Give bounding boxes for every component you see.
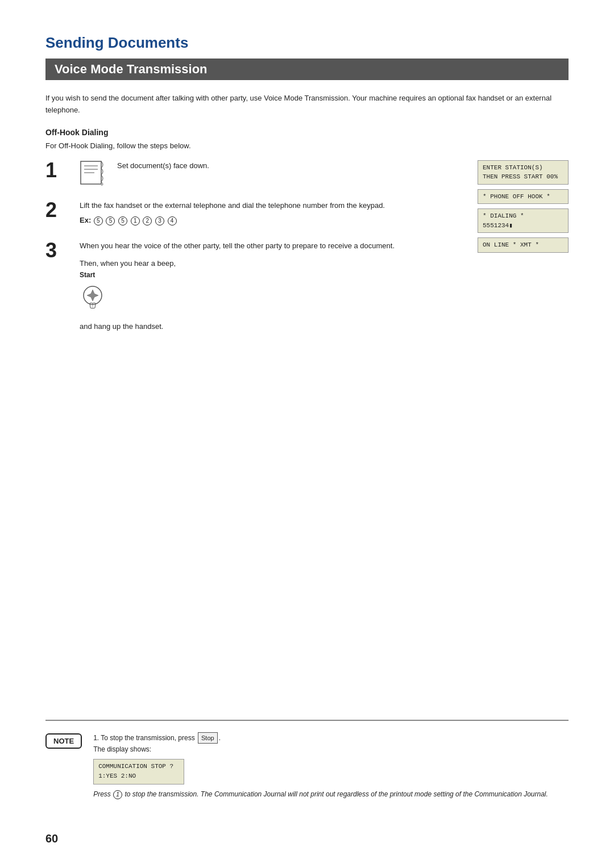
step-2-content: Lift the fax handset or the external tel…: [74, 200, 569, 227]
start-button-icon: [80, 283, 106, 312]
page-container: Sending Documents Voice Mode Transmissio…: [0, 0, 614, 868]
intro-text: If you wish to send the document after t…: [45, 93, 569, 116]
subsection-bar: Voice Mode Transmission: [45, 59, 569, 80]
digit-2: 2: [143, 216, 152, 226]
step-1-text: Set document(s) face down.: [117, 160, 209, 172]
note-italic-text: Press 1 to stop the transmission. The Co…: [93, 790, 548, 798]
step-1-row: 1 Set document(s) face down.: [45, 160, 569, 186]
then-beep-text: Then, when you hear a beep,: [80, 258, 569, 270]
display-shows-label: The display shows:: [93, 745, 151, 753]
step-3-row: 3 When you hear the voice of the other p…: [45, 240, 569, 332]
off-hook-desc: For Off-Hook Dialing, follow the steps b…: [45, 141, 569, 150]
subsection-title: Voice Mode Transmission: [55, 62, 208, 76]
start-button-area: Then, when you hear a beep, Start and ha…: [80, 258, 569, 333]
digit-4: 4: [168, 216, 177, 226]
bottom-area: NOTE 1. To stop the transmission, press …: [45, 720, 569, 811]
lcd2-line1: * PHONE OFF HOOK *: [483, 193, 550, 200]
step-3-number: 3: [45, 240, 74, 261]
hang-up-text: and hang up the handset.: [80, 321, 569, 333]
digit-1: 1: [131, 216, 140, 226]
page-number: 60: [45, 832, 58, 845]
note-display-box: COMMUNICATION STOP ? 1:YES 2:NO: [93, 759, 184, 784]
comm-stop-line1: COMMUNICATION STOP ?: [98, 763, 173, 770]
step-1-number: 1: [45, 160, 74, 181]
note-item-2: Press 1 to stop the transmission. The Co…: [93, 789, 548, 800]
note-item1-post: .: [219, 734, 221, 742]
step-2-row: 2 Lift the fax handset or the external t…: [45, 200, 569, 227]
note-badge: NOTE: [45, 733, 82, 749]
steps-area: ENTER STATION(S) THEN PRESS START 00% * …: [45, 160, 569, 333]
section-title: Sending Documents: [45, 34, 569, 52]
step-3-text: When you hear the voice of the other par…: [80, 240, 569, 252]
step-2-text: Lift the fax handset or the external tel…: [80, 200, 569, 212]
document-icon: [80, 160, 109, 186]
step-1-content: Set document(s) face down.: [74, 160, 569, 186]
step-1-icon-row: Set document(s) face down.: [80, 160, 569, 186]
off-hook-heading: Off-Hook Dialing: [45, 128, 569, 137]
note-content: 1. To stop the transmission, press Stop.…: [93, 732, 548, 800]
stop-button: Stop: [198, 732, 218, 744]
circled-1: 1: [113, 790, 122, 799]
digit-5c: 5: [118, 216, 127, 226]
step-3-content: When you hear the voice of the other par…: [74, 240, 569, 332]
note-item1-pre: 1. To stop the transmission, press: [93, 734, 197, 742]
digit-3: 3: [155, 216, 164, 226]
digit-5a: 5: [94, 216, 103, 226]
comm-stop-line2: 1:YES 2:NO: [98, 773, 136, 779]
ex-label: Ex:: [80, 216, 91, 224]
start-label: Start: [80, 270, 569, 281]
note-section: NOTE 1. To stop the transmission, press …: [45, 732, 569, 800]
step-2-ex: Ex: 5 5 5 1 2 3 4: [80, 215, 569, 227]
digit-5b: 5: [106, 216, 115, 226]
note-item-1: 1. To stop the transmission, press Stop.…: [93, 732, 548, 784]
step-2-number: 2: [45, 200, 74, 220]
separator: [45, 720, 569, 721]
